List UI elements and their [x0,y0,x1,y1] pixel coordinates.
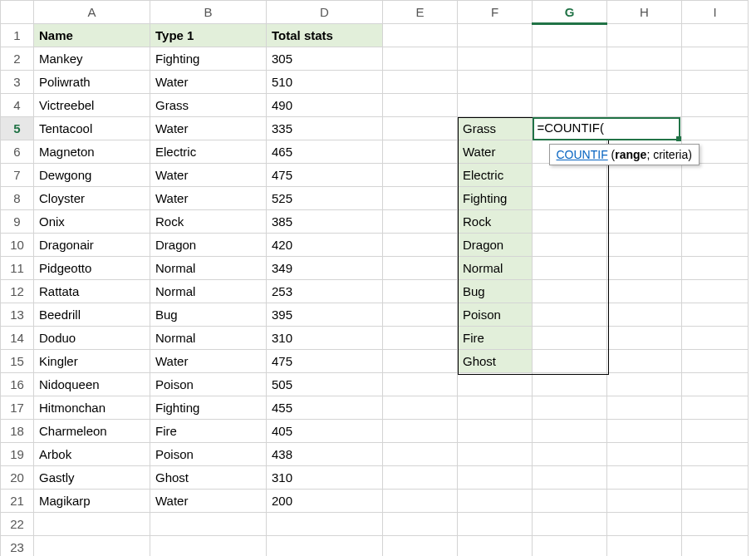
cell-A11[interactable]: Pidgeotto [34,257,150,280]
row-header-10[interactable]: 10 [1,234,34,257]
row-header-12[interactable]: 12 [1,280,34,303]
cell-B10[interactable]: Dragon [150,234,267,257]
cell-D6[interactable]: 465 [267,140,383,164]
cell-B7[interactable]: Water [150,164,267,187]
cell-B15[interactable]: Water [150,350,267,373]
cell-B3[interactable]: Water [150,71,267,94]
spreadsheet-grid[interactable]: A B D E F G H I 1NameType 1Total stats2M… [0,0,749,556]
cell-D16[interactable]: 505 [267,373,383,396]
cell-I17[interactable] [682,396,749,420]
cell-H1[interactable] [607,24,682,47]
cell-F18[interactable] [458,420,533,443]
cell-D13[interactable]: 395 [267,303,383,327]
cell-I7[interactable] [682,164,749,187]
cell-H9[interactable] [607,210,682,234]
cell-E20[interactable] [383,466,458,490]
row-header-17[interactable]: 17 [1,396,34,420]
cell-A3[interactable]: Poliwrath [34,71,150,94]
cell-F14[interactable]: Fire [458,327,533,350]
cell-H17[interactable] [607,396,682,420]
cell-B1[interactable]: Type 1 [150,24,267,47]
cell-G17[interactable] [533,396,607,420]
cell-F1[interactable] [458,24,533,47]
cell-G11[interactable] [533,257,607,280]
cell-D1[interactable]: Total stats [267,24,383,47]
col-header-G[interactable]: G [533,1,607,24]
cell-G13[interactable] [533,303,607,327]
cell-A13[interactable]: Beedrill [34,303,150,327]
cell-E10[interactable] [383,234,458,257]
cell-E3[interactable] [383,71,458,94]
cell-F7[interactable]: Electric [458,164,533,187]
cell-A12[interactable]: Rattata [34,280,150,303]
cell-E19[interactable] [383,443,458,466]
cell-I1[interactable] [682,24,749,47]
cell-A21[interactable]: Magikarp [34,490,150,513]
row-header-15[interactable]: 15 [1,350,34,373]
cell-D12[interactable]: 253 [267,280,383,303]
cell-E23[interactable] [383,536,458,557]
cell-E14[interactable] [383,327,458,350]
cell-G23[interactable] [533,536,607,557]
cell-E1[interactable] [383,24,458,47]
cell-G16[interactable] [533,373,607,396]
cell-G4[interactable] [533,94,607,117]
cell-F17[interactable] [458,396,533,420]
cell-D2[interactable]: 305 [267,47,383,71]
cell-F23[interactable] [458,536,533,557]
row-header-5[interactable]: 5 [1,117,34,140]
cell-D23[interactable] [267,536,383,557]
cell-F20[interactable] [458,466,533,490]
cell-H11[interactable] [607,257,682,280]
cell-B19[interactable]: Poison [150,443,267,466]
cell-F16[interactable] [458,373,533,396]
cell-I18[interactable] [682,420,749,443]
cell-H3[interactable] [607,71,682,94]
cell-H12[interactable] [607,280,682,303]
cell-H22[interactable] [607,513,682,536]
cell-H19[interactable] [607,443,682,466]
cell-F15[interactable]: Ghost [458,350,533,373]
row-header-21[interactable]: 21 [1,490,34,513]
cell-E11[interactable] [383,257,458,280]
cell-A9[interactable]: Onix [34,210,150,234]
cell-I2[interactable] [682,47,749,71]
cell-A16[interactable]: Nidoqueen [34,373,150,396]
cell-H23[interactable] [607,536,682,557]
cell-B22[interactable] [150,513,267,536]
cell-D9[interactable]: 385 [267,210,383,234]
cell-F2[interactable] [458,47,533,71]
cell-A18[interactable]: Charmeleon [34,420,150,443]
cell-I12[interactable] [682,280,749,303]
cell-G1[interactable] [533,24,607,47]
cell-G19[interactable] [533,443,607,466]
cell-D17[interactable]: 455 [267,396,383,420]
cell-I16[interactable] [682,373,749,396]
cell-G14[interactable] [533,327,607,350]
row-header-7[interactable]: 7 [1,164,34,187]
cell-I15[interactable] [682,350,749,373]
cell-B9[interactable]: Rock [150,210,267,234]
cell-D5[interactable]: 335 [267,117,383,140]
cell-F6[interactable]: Water [458,140,533,164]
cell-D15[interactable]: 475 [267,350,383,373]
row-header-9[interactable]: 9 [1,210,34,234]
cell-G8[interactable] [533,187,607,210]
cell-H13[interactable] [607,303,682,327]
formula-editor[interactable]: =COUNTIF( [533,117,680,140]
cell-A10[interactable]: Dragonair [34,234,150,257]
cell-D8[interactable]: 525 [267,187,383,210]
cell-B11[interactable]: Normal [150,257,267,280]
cell-B12[interactable]: Normal [150,280,267,303]
cell-G7[interactable] [533,164,607,187]
cell-F19[interactable] [458,443,533,466]
cell-E18[interactable] [383,420,458,443]
cell-D21[interactable]: 200 [267,490,383,513]
cell-I4[interactable] [682,94,749,117]
cell-B6[interactable]: Electric [150,140,267,164]
col-header-F[interactable]: F [458,1,533,24]
cell-I21[interactable] [682,490,749,513]
cell-A20[interactable]: Gastly [34,466,150,490]
cell-I22[interactable] [682,513,749,536]
tooltip-function-link[interactable]: COUNTIF [557,148,608,161]
